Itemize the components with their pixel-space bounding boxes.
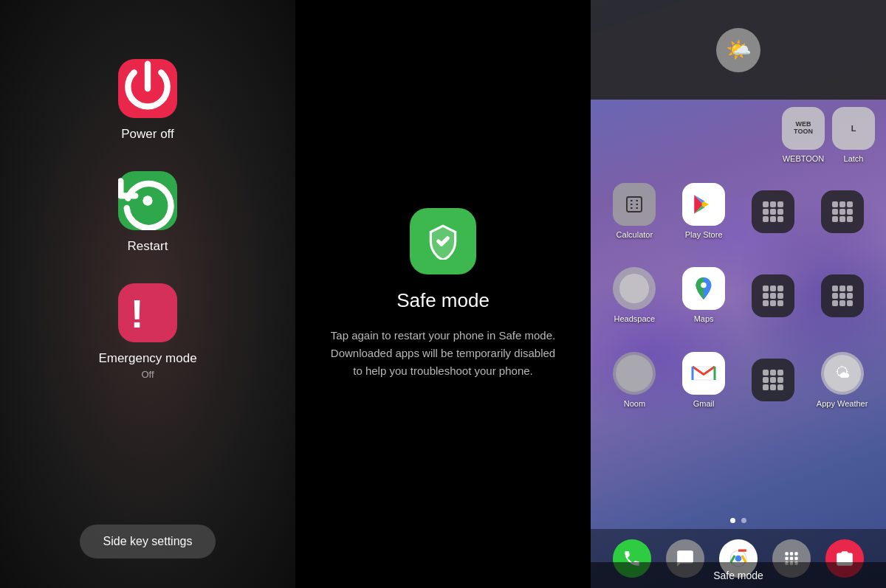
grid1-icon xyxy=(752,190,794,233)
svg-rect-14 xyxy=(790,552,793,555)
noom-label: Noom xyxy=(624,399,645,409)
svg-rect-13 xyxy=(785,552,788,555)
panel-safemode: Safe mode Tap again to restart your phon… xyxy=(295,0,591,588)
app-item-appyweather[interactable]: 🌤 Appy Weather xyxy=(809,340,875,421)
headspace-icon xyxy=(613,267,656,310)
grid2-icon xyxy=(821,190,864,233)
emergency-item[interactable]: ! Emergency mode Off xyxy=(98,283,196,380)
emergency-label: Emergency mode xyxy=(98,351,196,366)
home-apps-grid: Calculator Play Store xyxy=(591,164,886,512)
headspace-label: Headspace xyxy=(614,314,656,324)
app-item-grid4[interactable] xyxy=(809,255,875,336)
svg-rect-16 xyxy=(790,557,793,560)
app-item-calculator[interactable]: Calculator xyxy=(602,171,667,252)
safe-mode-bar-label: Safe mode xyxy=(713,570,763,581)
power-off-button[interactable] xyxy=(118,59,177,118)
restart-button[interactable] xyxy=(118,171,177,230)
power-off-item[interactable]: Power off xyxy=(118,59,177,142)
app-item-latch[interactable]: L Latch xyxy=(832,107,875,164)
weather-widget-icon[interactable]: 🌤️ xyxy=(716,28,760,72)
side-key-settings-button[interactable]: Side key settings xyxy=(80,525,216,558)
playstore-label: Play Store xyxy=(685,230,723,240)
svg-rect-3 xyxy=(627,197,642,212)
grid4-icon xyxy=(821,274,864,317)
latch-icon: L xyxy=(832,107,875,150)
restart-label: Restart xyxy=(128,239,168,254)
app-item-maps[interactable]: Maps xyxy=(671,255,737,336)
svg-rect-17 xyxy=(794,552,797,555)
playstore-icon xyxy=(682,183,725,226)
power-off-label: Power off xyxy=(121,127,174,142)
svg-rect-15 xyxy=(785,557,788,560)
app-item-grid2[interactable] xyxy=(809,171,875,252)
safe-mode-description: Tap again to restart your phone in Safe … xyxy=(325,327,561,380)
webtoon-icon: WEBTOON xyxy=(782,107,825,150)
app-item-grid3[interactable] xyxy=(741,255,806,336)
maps-label: Maps xyxy=(694,314,714,324)
panel-home: 🌤️ WEBTOON WEBTOON L Latch xyxy=(591,0,886,588)
appyweather-icon: 🌤 xyxy=(821,352,864,395)
app-item-grid5[interactable] xyxy=(741,340,806,421)
page-dots xyxy=(591,512,886,529)
grid5-icon xyxy=(752,359,794,401)
svg-rect-18 xyxy=(794,557,797,560)
page-dot-2 xyxy=(741,518,746,523)
maps-icon xyxy=(682,267,725,310)
svg-point-12 xyxy=(735,556,742,562)
gmail-label: Gmail xyxy=(693,399,715,409)
panel-power: Power off Restart ! Emergency mode Off xyxy=(0,0,295,588)
svg-point-10 xyxy=(701,283,707,288)
app-item-gmail[interactable]: Gmail xyxy=(671,340,737,421)
emergency-sublabel: Off xyxy=(141,369,154,380)
appyweather-label: Appy Weather xyxy=(817,399,868,409)
webtoon-label: WEBTOON xyxy=(783,154,825,164)
safe-mode-title: Safe mode xyxy=(396,289,490,312)
gmail-icon xyxy=(682,352,725,395)
app-item-playstore[interactable]: Play Store xyxy=(671,171,737,252)
app-item-noom[interactable]: Noom xyxy=(602,340,667,421)
app-item-webtoon[interactable]: WEBTOON WEBTOON xyxy=(782,107,825,164)
grid3-icon xyxy=(752,274,794,317)
page-dot-1 xyxy=(730,518,735,523)
restart-item[interactable]: Restart xyxy=(118,171,177,254)
noom-icon xyxy=(613,352,656,395)
power-buttons: Power off Restart ! Emergency mode Off xyxy=(98,59,196,380)
calculator-label: Calculator xyxy=(617,230,653,240)
calculator-icon xyxy=(613,183,656,226)
latch-label: Latch xyxy=(844,154,864,164)
app-item-grid1[interactable] xyxy=(741,171,806,252)
app-item-headspace[interactable]: Headspace xyxy=(602,255,667,336)
safe-mode-bar: Safe mode xyxy=(591,562,886,588)
svg-text:!: ! xyxy=(131,292,144,336)
safe-mode-icon xyxy=(410,208,476,274)
emergency-button[interactable]: ! xyxy=(118,283,177,342)
top-widget-bar: 🌤️ xyxy=(591,0,886,100)
svg-point-1 xyxy=(142,196,152,205)
